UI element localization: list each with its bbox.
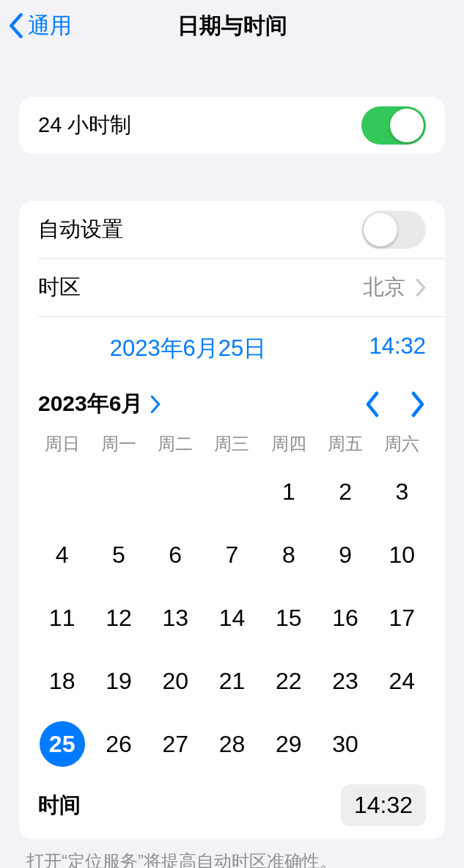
calendar-day[interactable]: 26 <box>90 712 147 776</box>
calendar-day[interactable]: 27 <box>147 712 204 776</box>
chevron-right-icon <box>150 395 161 413</box>
calendar-day[interactable]: 6 <box>147 523 204 586</box>
calendar-day[interactable]: 8 <box>260 523 317 586</box>
weekday-label: 周四 <box>260 432 317 456</box>
time-label: 时间 <box>38 791 81 820</box>
calendar-day[interactable]: 29 <box>260 712 317 776</box>
calendar-day[interactable]: 17 <box>374 586 430 649</box>
calendar-weekday-row: 周日周一周二周三周四周五周六 <box>34 429 430 460</box>
calendar-month-button[interactable]: 2023年6月 <box>38 389 161 419</box>
weekday-label: 周日 <box>34 432 90 456</box>
calendar-day-empty <box>204 460 260 523</box>
calendar-day[interactable]: 25 <box>34 712 90 776</box>
calendar-day[interactable]: 2 <box>317 460 373 523</box>
calendar-day-empty <box>90 460 147 523</box>
auto-set-toggle[interactable] <box>361 211 426 249</box>
calendar-day[interactable]: 1 <box>260 460 317 523</box>
calendar-day[interactable]: 24 <box>374 649 430 712</box>
calendar-day-empty <box>34 460 90 523</box>
24hour-toggle[interactable] <box>361 106 426 145</box>
calendar-day[interactable]: 4 <box>34 523 90 586</box>
weekday-label: 周三 <box>204 432 260 456</box>
selected-date-display[interactable]: 2023年6月25日 <box>38 333 338 364</box>
calendar-day[interactable]: 28 <box>204 712 260 776</box>
calendar-day[interactable]: 15 <box>260 586 317 649</box>
selected-datetime-summary: 2023年6月25日 14:32 <box>19 317 445 376</box>
timezone-label: 时区 <box>38 273 81 302</box>
row-timezone[interactable]: 时区 北京 <box>19 259 445 316</box>
row-time: 时间 14:32 <box>34 776 430 839</box>
calendar-month-label: 2023年6月 <box>38 389 143 419</box>
row-auto-set: 自动设置 <box>19 201 445 258</box>
calendar-day[interactable]: 14 <box>204 586 260 649</box>
calendar-day[interactable]: 12 <box>90 586 147 649</box>
calendar-day[interactable]: 11 <box>34 586 90 649</box>
footer-note: 打开“定位服务”将提高自动时区准确性。 <box>0 839 464 868</box>
calendar-day[interactable]: 7 <box>204 523 260 586</box>
calendar: 2023年6月 周日周一周二周三周四周五周六 12345678910111213… <box>19 376 445 839</box>
time-picker-button[interactable]: 14:32 <box>341 784 426 826</box>
group-datetime: 自动设置 时区 北京 2023年6月25日 14:32 2023年6月 <box>19 201 445 839</box>
calendar-day[interactable]: 3 <box>374 460 430 523</box>
calendar-next-month[interactable] <box>410 391 426 417</box>
calendar-day[interactable]: 9 <box>317 523 373 586</box>
calendar-day[interactable]: 22 <box>260 649 317 712</box>
chevron-left-icon <box>9 13 23 38</box>
calendar-month-nav <box>364 391 426 417</box>
back-label: 通用 <box>28 11 72 41</box>
group-24hour: 24 小时制 <box>19 97 445 154</box>
calendar-day[interactable]: 13 <box>147 586 204 649</box>
calendar-day[interactable]: 20 <box>147 649 204 712</box>
weekday-label: 周一 <box>90 432 147 456</box>
auto-set-label: 自动设置 <box>38 215 123 244</box>
24hour-label: 24 小时制 <box>38 111 131 140</box>
calendar-day[interactable]: 21 <box>204 649 260 712</box>
calendar-day[interactable]: 10 <box>374 523 430 586</box>
weekday-label: 周五 <box>317 432 373 456</box>
calendar-prev-month[interactable] <box>364 391 380 417</box>
weekday-label: 周六 <box>374 432 430 456</box>
calendar-day-empty <box>147 460 204 523</box>
calendar-day[interactable]: 23 <box>317 649 373 712</box>
calendar-day[interactable]: 18 <box>34 649 90 712</box>
calendar-header: 2023年6月 <box>34 382 430 429</box>
nav-bar: 通用 日期与时间 <box>0 0 464 51</box>
calendar-day[interactable]: 5 <box>90 523 147 586</box>
timezone-value: 北京 <box>363 273 405 302</box>
row-24hour: 24 小时制 <box>19 97 445 154</box>
selected-time-display[interactable]: 14:32 <box>338 333 426 364</box>
back-button[interactable]: 通用 <box>0 11 72 41</box>
chevron-right-icon <box>416 279 426 296</box>
calendar-day[interactable]: 19 <box>90 649 147 712</box>
weekday-label: 周二 <box>147 432 204 456</box>
calendar-day[interactable]: 16 <box>317 586 373 649</box>
calendar-days-grid: 1234567891011121314151617181920212223242… <box>34 460 430 776</box>
calendar-day[interactable]: 30 <box>317 712 373 776</box>
